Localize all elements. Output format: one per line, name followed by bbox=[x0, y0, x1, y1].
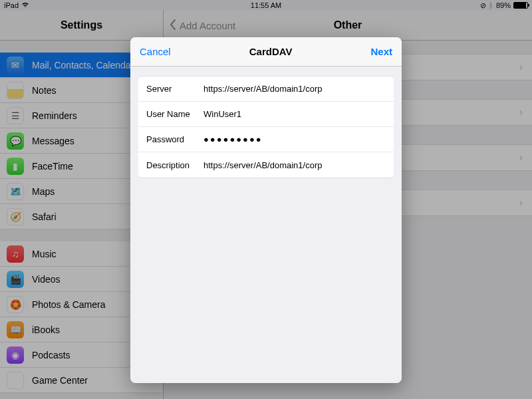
username-label: User Name bbox=[146, 109, 203, 119]
server-input[interactable] bbox=[203, 84, 386, 94]
password-input[interactable]: ●●●●●●●●● bbox=[203, 134, 386, 144]
password-label: Password bbox=[146, 134, 203, 144]
server-row[interactable]: Server bbox=[138, 76, 394, 102]
modal-title: CardDAV bbox=[249, 46, 293, 57]
carddav-form: Server User Name Password ●●●●●●●●● Desc… bbox=[138, 76, 394, 178]
description-label: Description bbox=[146, 160, 203, 170]
description-input[interactable] bbox=[203, 160, 386, 170]
username-row[interactable]: User Name bbox=[138, 102, 394, 127]
cancel-button[interactable]: Cancel bbox=[140, 46, 171, 57]
username-input[interactable] bbox=[203, 109, 386, 119]
carddav-modal: Cancel CardDAV Next Server User Name Pas… bbox=[130, 37, 402, 383]
modal-header: Cancel CardDAV Next bbox=[130, 37, 402, 66]
next-button[interactable]: Next bbox=[370, 46, 392, 57]
server-label: Server bbox=[146, 84, 203, 94]
description-row[interactable]: Description bbox=[138, 152, 394, 178]
password-row[interactable]: Password ●●●●●●●●● bbox=[138, 127, 394, 152]
